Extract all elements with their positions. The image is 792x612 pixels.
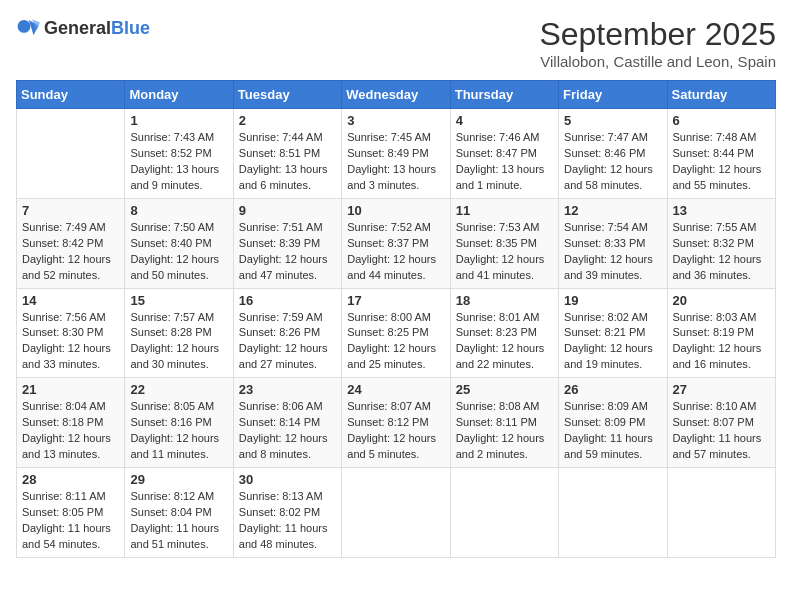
calendar-cell: 9Sunrise: 7:51 AMSunset: 8:39 PMDaylight… [233, 198, 341, 288]
calendar-cell: 24Sunrise: 8:07 AMSunset: 8:12 PMDayligh… [342, 378, 450, 468]
cell-info: Sunrise: 7:51 AMSunset: 8:39 PMDaylight:… [239, 220, 336, 284]
day-number: 11 [456, 203, 553, 218]
cell-info: Sunrise: 7:52 AMSunset: 8:37 PMDaylight:… [347, 220, 444, 284]
day-number: 9 [239, 203, 336, 218]
day-number: 10 [347, 203, 444, 218]
calendar-cell: 6Sunrise: 7:48 AMSunset: 8:44 PMDaylight… [667, 109, 775, 199]
calendar-cell [17, 109, 125, 199]
calendar-table: SundayMondayTuesdayWednesdayThursdayFrid… [16, 80, 776, 558]
calendar-cell: 12Sunrise: 7:54 AMSunset: 8:33 PMDayligh… [559, 198, 667, 288]
cell-info: Sunrise: 8:13 AMSunset: 8:02 PMDaylight:… [239, 489, 336, 553]
cell-info: Sunrise: 7:48 AMSunset: 8:44 PMDaylight:… [673, 130, 770, 194]
day-number: 19 [564, 293, 661, 308]
calendar-cell: 17Sunrise: 8:00 AMSunset: 8:25 PMDayligh… [342, 288, 450, 378]
calendar-cell: 18Sunrise: 8:01 AMSunset: 8:23 PMDayligh… [450, 288, 558, 378]
calendar-week-row: 28Sunrise: 8:11 AMSunset: 8:05 PMDayligh… [17, 468, 776, 558]
calendar-cell: 14Sunrise: 7:56 AMSunset: 8:30 PMDayligh… [17, 288, 125, 378]
cell-info: Sunrise: 7:46 AMSunset: 8:47 PMDaylight:… [456, 130, 553, 194]
day-number: 28 [22, 472, 119, 487]
cell-info: Sunrise: 8:01 AMSunset: 8:23 PMDaylight:… [456, 310, 553, 374]
day-number: 6 [673, 113, 770, 128]
cell-info: Sunrise: 7:53 AMSunset: 8:35 PMDaylight:… [456, 220, 553, 284]
day-number: 20 [673, 293, 770, 308]
cell-info: Sunrise: 7:44 AMSunset: 8:51 PMDaylight:… [239, 130, 336, 194]
day-number: 22 [130, 382, 227, 397]
day-number: 8 [130, 203, 227, 218]
weekday-header-friday: Friday [559, 81, 667, 109]
day-number: 30 [239, 472, 336, 487]
cell-info: Sunrise: 7:54 AMSunset: 8:33 PMDaylight:… [564, 220, 661, 284]
cell-info: Sunrise: 8:05 AMSunset: 8:16 PMDaylight:… [130, 399, 227, 463]
day-number: 16 [239, 293, 336, 308]
day-number: 25 [456, 382, 553, 397]
calendar-cell: 21Sunrise: 8:04 AMSunset: 8:18 PMDayligh… [17, 378, 125, 468]
calendar-cell: 10Sunrise: 7:52 AMSunset: 8:37 PMDayligh… [342, 198, 450, 288]
page-header: GeneralBlue September 2025 Villalobon, C… [16, 16, 776, 70]
calendar-week-row: 21Sunrise: 8:04 AMSunset: 8:18 PMDayligh… [17, 378, 776, 468]
calendar-cell: 4Sunrise: 7:46 AMSunset: 8:47 PMDaylight… [450, 109, 558, 199]
cell-info: Sunrise: 8:08 AMSunset: 8:11 PMDaylight:… [456, 399, 553, 463]
calendar-cell: 8Sunrise: 7:50 AMSunset: 8:40 PMDaylight… [125, 198, 233, 288]
logo-general: General [44, 18, 111, 38]
day-number: 18 [456, 293, 553, 308]
cell-info: Sunrise: 8:07 AMSunset: 8:12 PMDaylight:… [347, 399, 444, 463]
calendar-cell: 25Sunrise: 8:08 AMSunset: 8:11 PMDayligh… [450, 378, 558, 468]
calendar-cell: 30Sunrise: 8:13 AMSunset: 8:02 PMDayligh… [233, 468, 341, 558]
cell-info: Sunrise: 8:03 AMSunset: 8:19 PMDaylight:… [673, 310, 770, 374]
day-number: 3 [347, 113, 444, 128]
calendar-cell [342, 468, 450, 558]
calendar-cell: 7Sunrise: 7:49 AMSunset: 8:42 PMDaylight… [17, 198, 125, 288]
logo-blue-text: Blue [111, 18, 150, 38]
weekday-header-tuesday: Tuesday [233, 81, 341, 109]
day-number: 2 [239, 113, 336, 128]
weekday-header-wednesday: Wednesday [342, 81, 450, 109]
day-number: 12 [564, 203, 661, 218]
weekday-header-monday: Monday [125, 81, 233, 109]
cell-info: Sunrise: 7:43 AMSunset: 8:52 PMDaylight:… [130, 130, 227, 194]
cell-info: Sunrise: 8:12 AMSunset: 8:04 PMDaylight:… [130, 489, 227, 553]
day-number: 26 [564, 382, 661, 397]
day-number: 7 [22, 203, 119, 218]
weekday-header-saturday: Saturday [667, 81, 775, 109]
calendar-cell: 28Sunrise: 8:11 AMSunset: 8:05 PMDayligh… [17, 468, 125, 558]
logo-text: GeneralBlue [44, 18, 150, 39]
calendar-cell: 11Sunrise: 7:53 AMSunset: 8:35 PMDayligh… [450, 198, 558, 288]
day-number: 21 [22, 382, 119, 397]
calendar-cell: 19Sunrise: 8:02 AMSunset: 8:21 PMDayligh… [559, 288, 667, 378]
calendar-cell: 13Sunrise: 7:55 AMSunset: 8:32 PMDayligh… [667, 198, 775, 288]
calendar-cell: 15Sunrise: 7:57 AMSunset: 8:28 PMDayligh… [125, 288, 233, 378]
calendar-cell [667, 468, 775, 558]
day-number: 23 [239, 382, 336, 397]
calendar-cell: 5Sunrise: 7:47 AMSunset: 8:46 PMDaylight… [559, 109, 667, 199]
calendar-cell: 23Sunrise: 8:06 AMSunset: 8:14 PMDayligh… [233, 378, 341, 468]
cell-info: Sunrise: 7:49 AMSunset: 8:42 PMDaylight:… [22, 220, 119, 284]
title-area: September 2025 Villalobon, Castille and … [539, 16, 776, 70]
weekday-header-thursday: Thursday [450, 81, 558, 109]
day-number: 29 [130, 472, 227, 487]
calendar-cell: 22Sunrise: 8:05 AMSunset: 8:16 PMDayligh… [125, 378, 233, 468]
svg-point-0 [18, 20, 31, 33]
calendar-cell: 2Sunrise: 7:44 AMSunset: 8:51 PMDaylight… [233, 109, 341, 199]
logo: GeneralBlue [16, 16, 150, 40]
calendar-cell [559, 468, 667, 558]
calendar-cell: 16Sunrise: 7:59 AMSunset: 8:26 PMDayligh… [233, 288, 341, 378]
day-number: 4 [456, 113, 553, 128]
calendar-cell: 1Sunrise: 7:43 AMSunset: 8:52 PMDaylight… [125, 109, 233, 199]
day-number: 1 [130, 113, 227, 128]
calendar-cell: 3Sunrise: 7:45 AMSunset: 8:49 PMDaylight… [342, 109, 450, 199]
logo-icon [16, 16, 40, 40]
location-title: Villalobon, Castille and Leon, Spain [539, 53, 776, 70]
cell-info: Sunrise: 7:57 AMSunset: 8:28 PMDaylight:… [130, 310, 227, 374]
day-number: 27 [673, 382, 770, 397]
calendar-cell: 29Sunrise: 8:12 AMSunset: 8:04 PMDayligh… [125, 468, 233, 558]
day-number: 15 [130, 293, 227, 308]
cell-info: Sunrise: 8:10 AMSunset: 8:07 PMDaylight:… [673, 399, 770, 463]
calendar-week-row: 1Sunrise: 7:43 AMSunset: 8:52 PMDaylight… [17, 109, 776, 199]
cell-info: Sunrise: 7:55 AMSunset: 8:32 PMDaylight:… [673, 220, 770, 284]
cell-info: Sunrise: 7:56 AMSunset: 8:30 PMDaylight:… [22, 310, 119, 374]
cell-info: Sunrise: 7:50 AMSunset: 8:40 PMDaylight:… [130, 220, 227, 284]
cell-info: Sunrise: 7:59 AMSunset: 8:26 PMDaylight:… [239, 310, 336, 374]
cell-info: Sunrise: 8:00 AMSunset: 8:25 PMDaylight:… [347, 310, 444, 374]
cell-info: Sunrise: 8:11 AMSunset: 8:05 PMDaylight:… [22, 489, 119, 553]
day-number: 5 [564, 113, 661, 128]
